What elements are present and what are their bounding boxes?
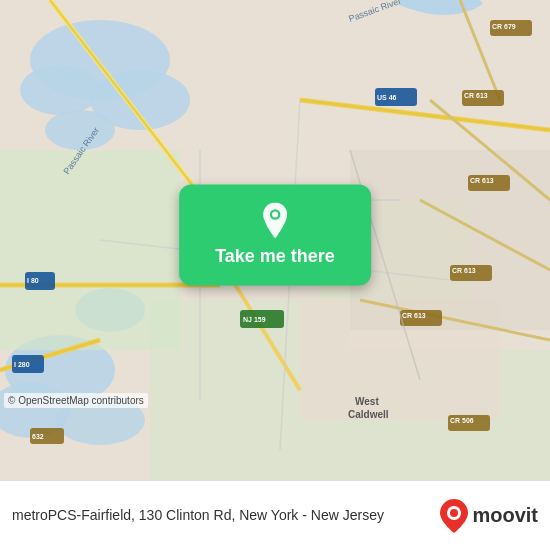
svg-text:CR 613: CR 613 xyxy=(470,177,494,184)
svg-text:CR 613: CR 613 xyxy=(464,92,488,99)
svg-text:CR 613: CR 613 xyxy=(452,267,476,274)
action-button-label: Take me there xyxy=(215,246,335,267)
svg-point-62 xyxy=(450,509,458,517)
moovit-text: moovit xyxy=(472,504,538,527)
svg-text:CR 679: CR 679 xyxy=(492,23,516,30)
moovit-brand-icon xyxy=(440,499,468,533)
take-me-there-button[interactable]: Take me there xyxy=(179,184,371,285)
svg-text:I 80: I 80 xyxy=(27,277,39,284)
bottom-bar: metroPCS-Fairfield, 130 Clinton Rd, New … xyxy=(0,480,550,550)
action-button-overlay: Take me there xyxy=(179,184,371,285)
svg-text:West: West xyxy=(355,396,379,407)
svg-text:NJ 159: NJ 159 xyxy=(243,316,266,323)
svg-text:I 280: I 280 xyxy=(14,361,30,368)
svg-text:Caldwell: Caldwell xyxy=(348,409,389,420)
svg-text:CR 506: CR 506 xyxy=(450,417,474,424)
svg-text:632: 632 xyxy=(32,433,44,440)
osm-attribution: © OpenStreetMap contributors xyxy=(4,393,148,408)
moovit-logo: moovit xyxy=(440,499,538,533)
svg-point-2 xyxy=(20,65,100,115)
map-container: Passaic River Passaic River I 80 I 280 U… xyxy=(0,0,550,480)
location-pin-icon xyxy=(257,202,293,238)
svg-text:US 46: US 46 xyxy=(377,94,397,101)
location-text: metroPCS-Fairfield, 130 Clinton Rd, New … xyxy=(12,506,430,524)
svg-text:CR 613: CR 613 xyxy=(402,312,426,319)
svg-point-60 xyxy=(272,211,278,217)
